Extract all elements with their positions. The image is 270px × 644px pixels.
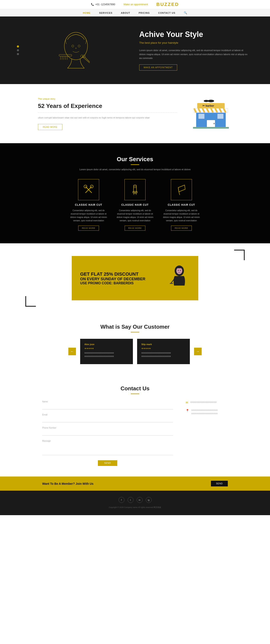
nav-about[interactable]: ABOUT: [121, 12, 130, 14]
promo-corner-bl: [25, 296, 36, 307]
footer: f t in ig Copyright © 2028 Company name …: [0, 491, 270, 515]
contact-title: Contact Us: [42, 385, 228, 392]
hero-tagline: The best place for your hairstyle: [139, 40, 249, 45]
contact-underline: [131, 394, 139, 394]
name-input[interactable]: [42, 403, 173, 409]
newsletter-label: Want To Be A Member? Join With Us: [42, 482, 93, 486]
barber-illustration-svg: [53, 29, 99, 72]
scissors-icon: [82, 183, 95, 196]
service-body-1: Consectetur adipiscing elit, sed do eius…: [116, 209, 154, 222]
svg-rect-40: [170, 283, 173, 284]
testimonial-stars-0: ★★★★★: [84, 347, 129, 350]
nav-home[interactable]: HOME: [83, 12, 91, 14]
experience-separator: [38, 112, 177, 113]
phone-input[interactable]: [42, 430, 173, 436]
contact-address-value: xxxxxxxxxxxxxxxxxxxxxxxxx xxxxxxxxxxxxxx…: [191, 408, 228, 415]
svg-line-30: [136, 193, 136, 195]
service-title-0: CLASSIC HAIR CUT: [70, 204, 108, 206]
service-icon-box-0: [78, 179, 99, 200]
promo-line2: ON EVERY SUNDAY OF DECEMBER: [80, 277, 162, 281]
svg-point-38: [180, 270, 181, 271]
newsletter-send-button[interactable]: SEND: [211, 481, 228, 486]
email-label: Email: [42, 414, 173, 416]
svg-line-6: [64, 56, 64, 60]
svg-line-34: [178, 188, 179, 192]
nav-pricing[interactable]: PRICING: [139, 12, 150, 14]
service-card-0: CLASSIC HAIR CUT Consectetur adipiscing …: [70, 179, 108, 231]
social-linkedin[interactable]: in: [137, 497, 143, 503]
clipper-icon: [129, 183, 141, 196]
testimonial-stars-1: ★★★★★: [141, 347, 186, 350]
testimonials-slider: ← Alex joze ★★★★★ xxxxxxxxxxxxxxxxxxxxxx…: [21, 339, 249, 364]
experience-text: The unique story 52 Years of Experience …: [38, 97, 177, 130]
svg-point-17: [214, 123, 215, 124]
service-card-2: CLASSIC HAIR CUT Consectetur adipiscing …: [162, 179, 200, 231]
promo-corner-tr: [234, 250, 245, 260]
hero-dot-1[interactable]: [17, 46, 19, 48]
promo-section: GET FLAT 25% DISCOUNT ON EVERY SUNDAY OF…: [0, 243, 270, 313]
nav-contact[interactable]: CONTACT US: [158, 12, 175, 14]
social-facebook[interactable]: f: [119, 497, 124, 503]
svg-rect-20: [193, 127, 229, 129]
testimonial-card-0: Alex joze ★★★★★ xxxxxxxxxxxxxxxxxxxxxxxx…: [80, 339, 133, 364]
experience-subtitle: The unique story: [38, 97, 177, 101]
services-underline: [131, 164, 139, 165]
email-input[interactable]: [42, 416, 173, 422]
hero-cta-button[interactable]: MAKE AN APPOINTMENT: [139, 64, 177, 70]
main-nav: HOME SERVICES ABOUT PRICING CONTACT US 🔍: [0, 9, 270, 16]
svg-point-37: [178, 270, 179, 271]
svg-text:✂ barber: ✂ barber: [203, 104, 214, 107]
services-section: Our Services Lorem ipsum dolor sit amet,…: [0, 143, 270, 243]
contact-send-button[interactable]: SEND: [98, 460, 117, 466]
service-cta-2[interactable]: READ MORE: [171, 226, 192, 231]
testimonial-author-1: Stip mark: [141, 343, 186, 346]
barber-shop-illustration: ✂ barber: [190, 97, 232, 130]
experience-read-more-button[interactable]: READ MORE: [38, 124, 62, 130]
service-cta-0[interactable]: READ MORE: [78, 226, 99, 231]
contact-address-item: 📍 xxxxxxxxxxxxxxxxxxxxxxxxx xxxxxxxxxxxx…: [186, 408, 228, 415]
service-body-2: Consectetur adipiscing elit, sed do eius…: [162, 209, 200, 222]
testimonials-underline: [131, 332, 139, 332]
svg-point-1: [72, 45, 74, 47]
testimonial-card-1: Stip mark ★★★★★ xxxxxxxxxxxxxxxxxxxxxxxx…: [137, 339, 190, 364]
hero-dots: [17, 46, 19, 55]
svg-point-36: [176, 268, 182, 274]
hero-dot-3[interactable]: [17, 53, 19, 55]
search-icon[interactable]: 🔍: [184, 11, 187, 14]
service-body-0: Consectetur adipiscing elit, sed do eius…: [70, 209, 108, 222]
social-twitter[interactable]: t: [128, 497, 134, 503]
svg-point-2: [78, 45, 80, 47]
contact-form: Name Email Phone Number Massage SEND: [42, 400, 173, 466]
nav-services[interactable]: SERVICES: [99, 12, 112, 14]
razor-icon: [175, 183, 188, 196]
services-grid: CLASSIC HAIR CUT Consectetur adipiscing …: [21, 179, 249, 231]
contact-email-item: ✉ xxxxxxxxxxxxxxxxxxxxxxxxx: [186, 400, 228, 404]
appointment-link[interactable]: Make an appointment: [124, 3, 148, 6]
phone-icon: 📞: [91, 3, 94, 6]
testimonials-next-button[interactable]: →: [194, 348, 202, 355]
promo-text: GET FLAT 25% DISCOUNT ON EVERY SUNDAY OF…: [80, 272, 162, 285]
svg-line-29: [134, 193, 134, 195]
message-label: Massage: [42, 440, 173, 442]
svg-rect-18: [198, 114, 205, 119]
service-icon-box-1: [124, 179, 146, 200]
promo-line3: USE PROMO CODE: BARBERDIS: [80, 281, 162, 285]
newsletter-bar: Want To Be A Member? Join With Us SEND: [0, 476, 270, 491]
contact-email-value: xxxxxxxxxxxxxxxxxxxxxxxxx: [190, 400, 217, 404]
service-cta-1[interactable]: READ MORE: [125, 226, 145, 231]
service-title-2: CLASSIC HAIR CUT: [162, 204, 200, 206]
testimonials-prev-button[interactable]: ←: [68, 348, 76, 355]
contact-section: Contact Us Name Email Phone Number Massa…: [0, 375, 270, 476]
location-icon: 📍: [186, 409, 189, 412]
svg-line-8: [67, 56, 67, 60]
brand-logo: BUZZED: [156, 2, 179, 7]
phone-label: Phone Number: [42, 427, 173, 429]
social-instagram[interactable]: ig: [146, 497, 152, 503]
message-textarea[interactable]: [42, 442, 173, 455]
phone-number: 📞 +01 -1234567890: [91, 3, 115, 6]
hero-dot-2[interactable]: [17, 49, 19, 51]
footer-copyright: Copyright © 2028 Company name All rights…: [0, 506, 270, 509]
service-icon-box-2: [171, 179, 192, 200]
social-icons: f t in ig: [0, 497, 270, 503]
hero-section: Achive Your Style The best place for you…: [0, 16, 270, 84]
